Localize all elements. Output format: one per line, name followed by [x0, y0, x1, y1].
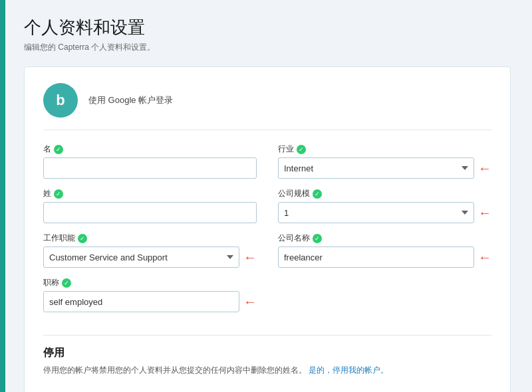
deactivate-link[interactable]: 是的，停用我的帐户。	[309, 365, 388, 375]
page-subtitle: 编辑您的 Capterra 个人资料和设置。	[24, 42, 511, 53]
form-grid: 名 姓	[43, 144, 491, 322]
industry-arrow: ←	[478, 161, 491, 176]
google-login-text: 使用 Google 帐户登录	[88, 94, 173, 106]
left-accent-bar	[0, 0, 5, 392]
title-check-icon	[62, 278, 71, 288]
left-col: 名 姓	[43, 144, 257, 322]
title-arrow: ←	[243, 294, 257, 310]
page-title: 个人资料和设置	[24, 16, 511, 39]
job-function-check-icon	[78, 234, 87, 243]
last-name-group: 姓	[43, 188, 257, 223]
main-content: 个人资料和设置 编辑您的 Capterra 个人资料和设置。 b 使用 Goog…	[5, 0, 532, 392]
industry-check-icon	[297, 145, 306, 154]
profile-card: b 使用 Google 帐户登录 名	[24, 66, 511, 392]
page-wrapper: 个人资料和设置 编辑您的 Capterra 个人资料和设置。 b 使用 Goog…	[0, 0, 532, 392]
deactivate-title: 停用	[43, 346, 491, 360]
company-size-select[interactable]: 1	[278, 202, 474, 223]
company-name-label: 公司名称	[278, 233, 491, 244]
company-name-check-icon	[313, 234, 322, 243]
title-input[interactable]	[43, 291, 239, 312]
first-name-input[interactable]	[43, 157, 257, 179]
industry-label: 行业	[278, 144, 491, 155]
job-function-label: 工作职能	[43, 233, 257, 244]
last-name-input[interactable]	[43, 202, 257, 223]
divider	[43, 335, 491, 336]
company-name-arrow: ←	[478, 250, 491, 265]
first-name-group: 名	[43, 144, 257, 179]
first-name-label: 名	[43, 144, 257, 155]
company-size-arrow: ←	[478, 205, 491, 221]
last-name-check-icon	[54, 189, 63, 199]
avatar: b	[43, 83, 78, 118]
company-name-group: 公司名称 ←	[278, 233, 491, 268]
deactivate-description: 停用您的帐户将禁用您的个人资料并从您提交的任何内容中删除您的姓名。 是的，停用我…	[43, 364, 491, 376]
profile-header: b 使用 Google 帐户登录	[43, 83, 491, 130]
right-col: 行业 Internet ← 公司规模	[278, 144, 491, 322]
title-group: 职称 ←	[43, 277, 257, 312]
company-size-group: 公司规模 1 ←	[278, 188, 491, 223]
industry-group: 行业 Internet ←	[278, 144, 491, 179]
title-label: 职称	[43, 277, 257, 288]
last-name-label: 姓	[43, 188, 257, 199]
job-function-group: 工作职能 Customer Service and Support ←	[43, 233, 257, 268]
job-function-arrow: ←	[243, 250, 257, 265]
industry-select[interactable]: Internet	[278, 157, 474, 179]
company-size-check-icon	[313, 189, 322, 199]
job-function-select[interactable]: Customer Service and Support	[43, 246, 239, 268]
deactivate-section: 停用 停用您的帐户将禁用您的个人资料并从您提交的任何内容中删除您的姓名。 是的，…	[43, 346, 491, 376]
company-name-input[interactable]	[278, 246, 474, 268]
company-size-label: 公司规模	[278, 188, 491, 199]
first-name-check-icon	[54, 145, 63, 154]
